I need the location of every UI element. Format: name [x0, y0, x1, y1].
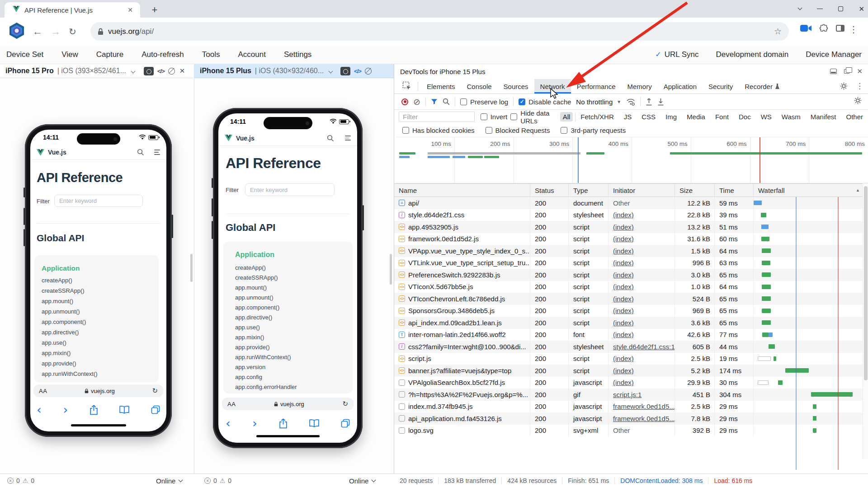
column-header-name[interactable]: Name	[394, 184, 530, 197]
column-header-type[interactable]: Type	[569, 184, 609, 197]
checkbox-invert[interactable]: Invert	[481, 113, 508, 121]
screenshot-icon[interactable]	[144, 67, 154, 75]
reader-aa-button[interactable]: AA	[227, 401, 236, 407]
network-row[interactable]: <>script.js200script(index)2.5 kB19 ms	[394, 353, 863, 365]
reload-icon[interactable]: ↻	[69, 26, 76, 37]
initiator-link[interactable]: (index)	[613, 295, 634, 303]
device-dropdown-chevron-icon[interactable]	[329, 69, 333, 73]
api-link-app-mount[interactable]: app.mount()	[42, 298, 98, 308]
device-2-online-select[interactable]: Online	[349, 474, 375, 487]
menu-device-set[interactable]: Device Set	[6, 50, 43, 59]
network-row[interactable]: VPAlgoliaSearchBox.b5cf27fd.js200javascr…	[394, 377, 863, 389]
menu-device-manager[interactable]: Device Manager	[806, 50, 862, 59]
filter-type-fetch-xhr[interactable]: Fetch/XHR	[578, 112, 616, 122]
tab-performance[interactable]: Performance	[571, 79, 622, 94]
checkbox-hide-data-urls[interactable]: Hide data URLs	[510, 109, 552, 125]
devtools-kebab-icon[interactable]: ⋮	[856, 81, 863, 91]
tabs-icon[interactable]	[151, 405, 160, 414]
new-window-icon[interactable]	[844, 69, 849, 74]
api-link-app-version[interactable]: app.version	[235, 364, 297, 374]
checkbox-has-blocked-cookies[interactable]: Has blocked cookies	[402, 126, 475, 134]
network-overview-timeline[interactable]: 100 ms200 ms300 ms400 ms500 ms600 ms700 …	[396, 137, 868, 183]
safari-back-icon[interactable]: ‹	[226, 419, 231, 428]
api-link-app-directive[interactable]: app.directive()	[42, 329, 98, 339]
maximize-icon[interactable]	[838, 6, 843, 11]
initiator-link[interactable]: (index)	[613, 355, 634, 362]
api-link-app-config[interactable]: app.config	[235, 374, 297, 384]
network-row[interactable]: <>SponsorsGroup.3486deb5.js200script(ind…	[394, 305, 863, 317]
search-icon[interactable]	[327, 135, 334, 142]
initiator-link[interactable]: framework.0ed1d5...	[613, 403, 675, 410]
settings-gear-icon[interactable]	[840, 82, 848, 90]
close-device-icon[interactable]: ✕	[179, 67, 185, 75]
api-link-app-unmount[interactable]: app.unmount()	[42, 308, 98, 318]
menu-tools[interactable]: Tools	[202, 50, 220, 59]
filter-type-ws[interactable]: WS	[758, 112, 774, 122]
share-icon[interactable]	[279, 418, 288, 429]
column-header-waterfall[interactable]: Waterfall▲	[754, 184, 863, 197]
tab-recorder[interactable]: Recorder	[739, 79, 785, 94]
network-row[interactable]: <>api_index.md.09cad2b1.lean.js200script…	[394, 317, 863, 329]
search-icon[interactable]	[137, 149, 144, 156]
api-link-app-runwithcontext[interactable]: app.runWithContext()	[42, 370, 98, 381]
menu-development-domain[interactable]: Development domain	[716, 50, 789, 59]
network-row[interactable]: <>VTIconChevronLeft.8c786edd.js200script…	[394, 293, 863, 305]
menu-auto-refresh[interactable]: Auto-refresh	[142, 50, 184, 59]
safari-url-bar[interactable]: AA vuejs.org ↻	[222, 398, 354, 410]
minimize-icon[interactable]	[817, 9, 823, 9]
extensions-puzzle-icon[interactable]	[819, 24, 828, 35]
menu-kebab-icon[interactable]: ⋮	[849, 24, 858, 35]
api-link-app-runwithcontext[interactable]: app.runWithContext()	[235, 354, 297, 364]
menu-account[interactable]: Account	[238, 50, 265, 59]
device-header-iphone-15-plus[interactable]: iPhone 15 Plus | iOS (430×932/460... </>	[194, 64, 394, 78]
network-conditions-icon[interactable]	[626, 98, 635, 106]
initiator-link[interactable]: (index)	[613, 367, 634, 375]
filter-type-manifest[interactable]: Manifest	[808, 112, 839, 122]
devtools-close-icon[interactable]: ✕	[857, 67, 863, 75]
network-row[interactable]: ?h=https%3A%2F%2Fvuejs.org&p=%...200gifs…	[394, 389, 863, 401]
tab-elements[interactable]: Elements	[421, 79, 461, 94]
panel-scrollbar[interactable]	[190, 254, 193, 282]
api-link-app-directive[interactable]: app.directive()	[235, 314, 297, 324]
filter-type-doc[interactable]: Doc	[736, 112, 754, 122]
network-row[interactable]: <>VTLink.vue_vue_type_script_setup_tru..…	[394, 257, 863, 269]
tab-application[interactable]: Application	[658, 79, 703, 94]
tab-memory[interactable]: Memory	[622, 79, 658, 94]
menu-settings[interactable]: Settings	[284, 50, 311, 59]
device-1-console-status[interactable]: ✕ 0 ⚠ 0	[7, 474, 34, 487]
app-logo-icon[interactable]	[7, 21, 26, 42]
hamburger-menu-icon[interactable]	[345, 136, 351, 140]
initiator-link[interactable]: (index)	[613, 235, 634, 243]
devtools-toggle-icon[interactable]: </>	[157, 68, 165, 75]
api-link-app-mixin[interactable]: app.mixin()	[42, 350, 98, 360]
checkbox-blocked-requests[interactable]: Blocked Requests	[486, 126, 550, 134]
inspect-element-icon[interactable]	[402, 81, 411, 92]
safari-reload-icon[interactable]: ↻	[342, 400, 348, 408]
column-header-time[interactable]: Time	[715, 184, 754, 197]
device-1-online-select[interactable]: Online	[156, 474, 182, 487]
network-row[interactable]: <>banner.js?affiliate=vuejs&type=top200s…	[394, 365, 863, 377]
clear-network-log-icon[interactable]: ⊘	[413, 98, 420, 106]
browser-tab[interactable]: API Reference | Vue.js ✕	[5, 2, 140, 18]
bookmarks-book-icon[interactable]	[309, 419, 319, 427]
rotate-device-icon[interactable]	[365, 68, 372, 75]
safari-reload-icon[interactable]: ↻	[152, 387, 158, 395]
column-header-initiator[interactable]: Initiator	[609, 184, 675, 197]
record-network-log-icon[interactable]	[401, 98, 408, 105]
tab-security[interactable]: Security	[703, 79, 739, 94]
filter-type-other[interactable]: Other	[843, 112, 866, 122]
api-link-app-component[interactable]: app.component()	[42, 318, 98, 329]
screenshot-icon[interactable]	[340, 67, 350, 75]
initiator-link[interactable]: (index)	[613, 319, 634, 327]
side-panel-icon[interactable]	[836, 25, 844, 32]
initiator-link[interactable]: (index)	[613, 211, 634, 219]
network-row[interactable]: /css2?family=Inter:wght@100..900&di...20…	[394, 341, 863, 353]
initiator-link[interactable]: (index)	[613, 307, 634, 314]
forward-icon[interactable]: →	[51, 26, 61, 37]
initiator-link[interactable]: style.d64de2f1.css:1	[613, 343, 675, 351]
rotate-device-icon[interactable]	[168, 68, 175, 75]
initiator-link[interactable]: script.js:1	[613, 391, 642, 398]
filter-type-img[interactable]: Img	[663, 112, 679, 122]
device-header-iphone-15-pro[interactable]: iPhone 15 Pro | iOS (393×852/461... </> …	[0, 64, 194, 78]
api-link-app-provide[interactable]: app.provide()	[42, 360, 98, 370]
